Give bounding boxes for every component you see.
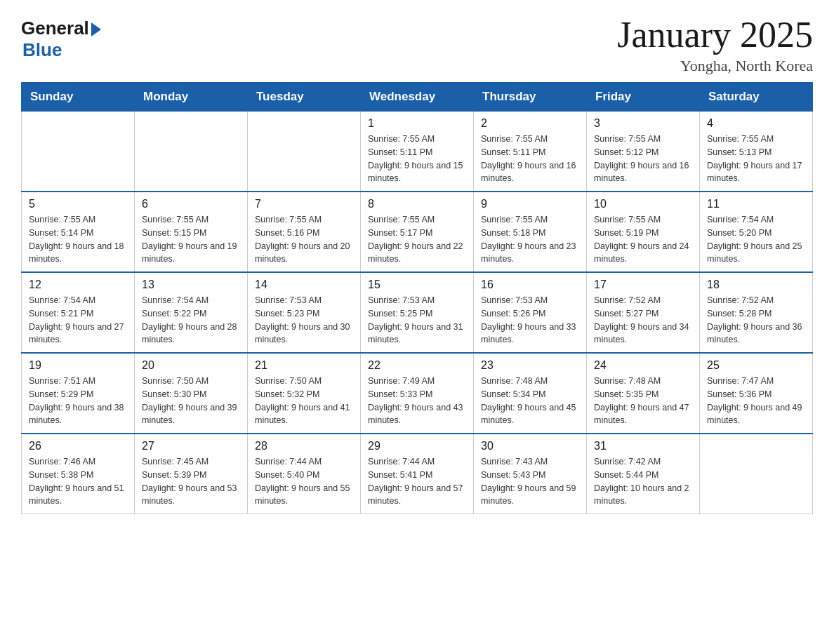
calendar-cell: 31Sunrise: 7:42 AMSunset: 5:44 PMDayligh… — [587, 434, 700, 514]
calendar-cell: 25Sunrise: 7:47 AMSunset: 5:36 PMDayligh… — [700, 353, 813, 434]
day-number: 7 — [255, 198, 353, 210]
calendar-week-row: 12Sunrise: 7:54 AMSunset: 5:21 PMDayligh… — [22, 272, 813, 353]
day-header-thursday: Thursday — [474, 83, 587, 112]
day-number: 21 — [255, 359, 353, 372]
day-number: 19 — [29, 359, 127, 372]
calendar-cell: 12Sunrise: 7:54 AMSunset: 5:21 PMDayligh… — [22, 272, 135, 353]
day-info: Sunrise: 7:44 AMSunset: 5:41 PMDaylight:… — [368, 455, 466, 508]
day-header-tuesday: Tuesday — [248, 83, 361, 112]
calendar-cell: 1Sunrise: 7:55 AMSunset: 5:11 PMDaylight… — [361, 112, 474, 192]
calendar-cell: 11Sunrise: 7:54 AMSunset: 5:20 PMDayligh… — [700, 192, 813, 272]
day-number: 10 — [594, 198, 692, 210]
calendar-cell: 14Sunrise: 7:53 AMSunset: 5:23 PMDayligh… — [248, 272, 361, 353]
title-block: January 2025 Yongha, North Korea — [617, 14, 813, 75]
calendar-cell: 8Sunrise: 7:55 AMSunset: 5:17 PMDaylight… — [361, 192, 474, 272]
day-number: 29 — [368, 440, 466, 452]
day-info: Sunrise: 7:53 AMSunset: 5:23 PMDaylight:… — [255, 294, 353, 347]
calendar-cell: 23Sunrise: 7:48 AMSunset: 5:34 PMDayligh… — [474, 353, 587, 434]
day-info: Sunrise: 7:48 AMSunset: 5:35 PMDaylight:… — [594, 375, 692, 427]
day-info: Sunrise: 7:55 AMSunset: 5:11 PMDaylight:… — [481, 133, 579, 185]
calendar-week-row: 5Sunrise: 7:55 AMSunset: 5:14 PMDaylight… — [22, 192, 813, 272]
day-info: Sunrise: 7:47 AMSunset: 5:36 PMDaylight:… — [707, 375, 805, 427]
calendar-week-row: 1Sunrise: 7:55 AMSunset: 5:11 PMDaylight… — [22, 112, 813, 192]
day-info: Sunrise: 7:42 AMSunset: 5:44 PMDaylight:… — [594, 455, 692, 508]
day-info: Sunrise: 7:55 AMSunset: 5:13 PMDaylight:… — [707, 133, 805, 185]
calendar-cell: 19Sunrise: 7:51 AMSunset: 5:29 PMDayligh… — [22, 353, 135, 434]
day-info: Sunrise: 7:46 AMSunset: 5:38 PMDaylight:… — [29, 455, 127, 508]
calendar-subtitle: Yongha, North Korea — [617, 57, 813, 75]
calendar-cell: 6Sunrise: 7:55 AMSunset: 5:15 PMDaylight… — [135, 192, 248, 272]
day-info: Sunrise: 7:50 AMSunset: 5:30 PMDaylight:… — [142, 375, 240, 427]
calendar-cell: 2Sunrise: 7:55 AMSunset: 5:11 PMDaylight… — [474, 112, 587, 192]
day-number: 16 — [481, 279, 579, 291]
day-info: Sunrise: 7:52 AMSunset: 5:28 PMDaylight:… — [707, 294, 805, 347]
day-info: Sunrise: 7:48 AMSunset: 5:34 PMDaylight:… — [481, 375, 579, 427]
day-number: 6 — [142, 198, 240, 210]
day-number: 5 — [29, 198, 127, 210]
calendar-cell: 13Sunrise: 7:54 AMSunset: 5:22 PMDayligh… — [135, 272, 248, 353]
calendar-cell: 20Sunrise: 7:50 AMSunset: 5:30 PMDayligh… — [135, 353, 248, 434]
day-info: Sunrise: 7:54 AMSunset: 5:21 PMDaylight:… — [29, 294, 127, 347]
logo-arrow-icon — [91, 22, 101, 36]
day-header-sunday: Sunday — [22, 83, 135, 112]
calendar-cell: 30Sunrise: 7:43 AMSunset: 5:43 PMDayligh… — [474, 434, 587, 514]
day-number: 13 — [142, 279, 240, 291]
calendar-cell: 4Sunrise: 7:55 AMSunset: 5:13 PMDaylight… — [700, 112, 813, 192]
calendar-cell: 28Sunrise: 7:44 AMSunset: 5:40 PMDayligh… — [248, 434, 361, 514]
calendar-cell: 24Sunrise: 7:48 AMSunset: 5:35 PMDayligh… — [587, 353, 700, 434]
day-number: 11 — [707, 198, 805, 210]
calendar-cell: 22Sunrise: 7:49 AMSunset: 5:33 PMDayligh… — [361, 353, 474, 434]
day-info: Sunrise: 7:55 AMSunset: 5:14 PMDaylight:… — [29, 213, 127, 266]
calendar-cell: 3Sunrise: 7:55 AMSunset: 5:12 PMDaylight… — [587, 112, 700, 192]
calendar-cell: 5Sunrise: 7:55 AMSunset: 5:14 PMDaylight… — [22, 192, 135, 272]
day-info: Sunrise: 7:43 AMSunset: 5:43 PMDaylight:… — [481, 455, 579, 508]
day-info: Sunrise: 7:44 AMSunset: 5:40 PMDaylight:… — [255, 455, 353, 508]
day-info: Sunrise: 7:55 AMSunset: 5:16 PMDaylight:… — [255, 213, 353, 266]
calendar-cell: 27Sunrise: 7:45 AMSunset: 5:39 PMDayligh… — [135, 434, 248, 514]
calendar-cell: 26Sunrise: 7:46 AMSunset: 5:38 PMDayligh… — [22, 434, 135, 514]
calendar-cell: 10Sunrise: 7:55 AMSunset: 5:19 PMDayligh… — [587, 192, 700, 272]
day-number: 20 — [142, 359, 240, 372]
day-header-monday: Monday — [135, 83, 248, 112]
day-number: 12 — [29, 279, 127, 291]
day-number: 24 — [594, 359, 692, 372]
logo: General Blue — [21, 14, 101, 61]
day-number: 15 — [368, 279, 466, 291]
day-number: 28 — [255, 440, 353, 452]
day-number: 17 — [594, 279, 692, 291]
day-info: Sunrise: 7:55 AMSunset: 5:18 PMDaylight:… — [481, 213, 579, 266]
logo-blue-text: Blue — [22, 39, 62, 61]
calendar-cell: 7Sunrise: 7:55 AMSunset: 5:16 PMDaylight… — [248, 192, 361, 272]
day-header-wednesday: Wednesday — [361, 83, 474, 112]
day-info: Sunrise: 7:55 AMSunset: 5:17 PMDaylight:… — [368, 213, 466, 266]
calendar-cell: 29Sunrise: 7:44 AMSunset: 5:41 PMDayligh… — [361, 434, 474, 514]
calendar-week-row: 19Sunrise: 7:51 AMSunset: 5:29 PMDayligh… — [22, 353, 813, 434]
calendar-cell: 21Sunrise: 7:50 AMSunset: 5:32 PMDayligh… — [248, 353, 361, 434]
day-info: Sunrise: 7:50 AMSunset: 5:32 PMDaylight:… — [255, 375, 353, 427]
day-info: Sunrise: 7:54 AMSunset: 5:20 PMDaylight:… — [707, 213, 805, 266]
calendar-cell — [248, 112, 361, 192]
day-number: 27 — [142, 440, 240, 452]
day-header-friday: Friday — [587, 83, 700, 112]
day-number: 23 — [481, 359, 579, 372]
day-info: Sunrise: 7:49 AMSunset: 5:33 PMDaylight:… — [368, 375, 466, 427]
day-number: 1 — [368, 117, 466, 130]
day-info: Sunrise: 7:53 AMSunset: 5:25 PMDaylight:… — [368, 294, 466, 347]
day-number: 18 — [707, 279, 805, 291]
day-info: Sunrise: 7:55 AMSunset: 5:12 PMDaylight:… — [594, 133, 692, 185]
logo-general-text: General — [21, 18, 89, 39]
calendar-cell — [700, 434, 813, 514]
calendar-title: January 2025 — [617, 14, 813, 55]
day-number: 25 — [707, 359, 805, 372]
day-info: Sunrise: 7:45 AMSunset: 5:39 PMDaylight:… — [142, 455, 240, 508]
day-number: 4 — [707, 117, 805, 130]
day-info: Sunrise: 7:52 AMSunset: 5:27 PMDaylight:… — [594, 294, 692, 347]
day-number: 22 — [368, 359, 466, 372]
day-number: 30 — [481, 440, 579, 452]
calendar-header-row: SundayMondayTuesdayWednesdayThursdayFrid… — [22, 83, 813, 112]
calendar-cell — [135, 112, 248, 192]
day-number: 2 — [481, 117, 579, 130]
day-info: Sunrise: 7:55 AMSunset: 5:15 PMDaylight:… — [142, 213, 240, 266]
calendar-cell: 15Sunrise: 7:53 AMSunset: 5:25 PMDayligh… — [361, 272, 474, 353]
day-info: Sunrise: 7:53 AMSunset: 5:26 PMDaylight:… — [481, 294, 579, 347]
